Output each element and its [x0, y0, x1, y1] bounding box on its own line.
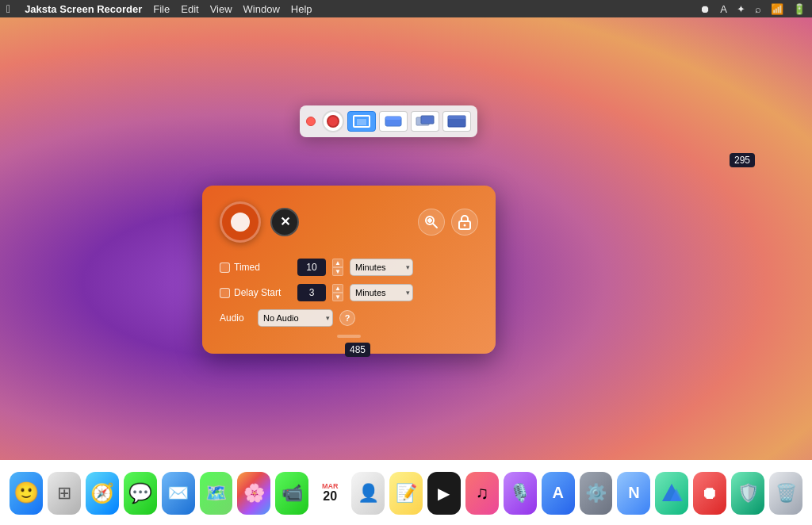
dock-launchpad[interactable]: ⊞ — [48, 472, 81, 515]
toolbar-window-button[interactable] — [379, 111, 408, 132]
timed-stepper-up[interactable]: ▲ — [332, 259, 343, 267]
dock-facetime[interactable]: 📹 — [275, 472, 308, 515]
delay-unit-wrapper: Minutes Seconds Hours — [350, 284, 413, 301]
bluetooth-icon[interactable]: ✦ — [737, 3, 745, 15]
coordinate-badge-295: 295 — [730, 153, 755, 167]
calendar-day-num: 20 — [323, 490, 337, 503]
window-icon — [384, 114, 403, 128]
dock-maps[interactable]: 🗺️ — [200, 472, 233, 515]
delay-stepper-down[interactable]: ▼ — [332, 293, 343, 301]
menubar-window[interactable]: Window — [243, 3, 280, 15]
dock-system-preferences[interactable]: ⚙️ — [580, 472, 613, 515]
audio-wrapper: No Audio System Audio Microphone — [258, 309, 333, 327]
dock: 🙂 ⊞ 🧭 💬 ✉️ 🗺️ 🌸 📹 MAR 20 👤 📝 ▶ ♫ — [0, 460, 812, 525]
dock-screen-recorder[interactable]: ⏺ — [693, 472, 726, 515]
dock-finder[interactable]: 🙂 — [10, 472, 43, 515]
svg-line-10 — [433, 224, 437, 228]
apple-logo-icon:  — [6, 2, 10, 15]
timed-value-field[interactable]: 10 — [297, 259, 326, 276]
wifi-icon[interactable]: 📶 — [771, 3, 783, 15]
delay-unit-dropdown[interactable]: Minutes Seconds Hours — [350, 284, 413, 301]
dock-nordvpn[interactable]: N — [617, 472, 650, 515]
zoom-icon — [423, 214, 439, 230]
coordinate-badge-485: 485 — [345, 343, 370, 357]
dock-screensaver[interactable] — [655, 472, 688, 515]
svg-rect-1 — [357, 119, 366, 125]
delay-value-field[interactable]: 3 — [297, 284, 326, 301]
dock-calendar[interactable]: MAR 20 — [313, 472, 347, 515]
timed-unit-wrapper: Minutes Seconds Hours — [350, 259, 413, 276]
delay-row: Delay Start 3 ▲ ▼ Minutes Seconds Hours — [220, 284, 478, 301]
menubar-view[interactable]: View — [210, 3, 232, 15]
delay-stepper[interactable]: ▲ ▼ — [332, 284, 343, 301]
toolbar-window2-button[interactable] — [411, 111, 439, 132]
record-inner-icon — [228, 210, 252, 234]
dock-contacts[interactable]: 👤 — [351, 472, 385, 515]
delay-stepper-up[interactable]: ▲ — [332, 284, 343, 293]
dock-appstore[interactable]: A — [542, 472, 575, 515]
timed-row: Timed 10 ▲ ▼ Minutes Seconds Hours — [220, 259, 478, 276]
dock-safari[interactable]: 🧭 — [86, 472, 119, 515]
recorder-panel: ✕ T — [202, 186, 496, 354]
toolbar-window — [300, 105, 477, 137]
timed-checkbox[interactable] — [220, 262, 230, 273]
timed-label[interactable]: Timed — [220, 262, 291, 273]
handle-dot-icon — [337, 335, 361, 338]
toolbar-fullscreen-button[interactable] — [442, 111, 471, 132]
audio-label: Audio — [220, 312, 251, 324]
window2-icon — [416, 114, 435, 128]
svg-point-14 — [464, 224, 466, 227]
dock-photos[interactable]: 🌸 — [237, 472, 270, 515]
region-icon — [352, 114, 371, 128]
svg-rect-3 — [385, 117, 401, 120]
dock-mail[interactable]: ✉️ — [162, 472, 195, 515]
svg-rect-7 — [448, 116, 465, 119]
delay-label[interactable]: Delay Start — [220, 287, 291, 298]
panel-handle — [220, 335, 478, 338]
stop-x-icon: ✕ — [280, 216, 290, 228]
menubar-app-name: Jaksta Screen Recorder — [25, 3, 142, 15]
dock-podcasts[interactable]: 🎙️ — [504, 472, 537, 515]
audio-help-button[interactable]: ? — [339, 310, 355, 326]
lock-icon — [458, 214, 472, 230]
delay-checkbox[interactable] — [220, 288, 230, 298]
lock-button[interactable] — [451, 209, 478, 236]
stop-button[interactable]: ✕ — [270, 208, 299, 236]
record-dot-icon — [327, 115, 339, 128]
toolbar-record-button[interactable] — [322, 110, 344, 132]
toolbar-region-button[interactable] — [347, 111, 376, 132]
menubar-help[interactable]: Help — [291, 3, 312, 15]
timed-stepper[interactable]: ▲ ▼ — [332, 259, 343, 276]
audio-dropdown[interactable]: No Audio System Audio Microphone — [258, 309, 333, 327]
dock-appletv[interactable]: ▶ — [427, 472, 461, 515]
record-button[interactable] — [220, 201, 261, 243]
toolbar-close-button[interactable] — [306, 117, 316, 126]
fullscreen-icon — [447, 114, 466, 128]
battery-icon: 🔋 — [793, 3, 806, 15]
camera-menubar-icon[interactable]: ⏺ — [700, 3, 710, 15]
search-icon[interactable]: ⌕ — [755, 3, 761, 15]
dock-trash[interactable]: 🗑️ — [769, 472, 802, 515]
dock-music[interactable]: ♫ — [465, 472, 499, 515]
timed-unit-dropdown[interactable]: Minutes Seconds Hours — [350, 259, 413, 276]
timed-stepper-down[interactable]: ▼ — [332, 267, 343, 276]
menubar-edit[interactable]: Edit — [181, 3, 198, 15]
dock-adguard[interactable]: 🛡️ — [731, 472, 764, 515]
audio-row: Audio No Audio System Audio Microphone ? — [220, 309, 478, 327]
dock-notes[interactable]: 📝 — [389, 472, 423, 515]
menubar-file[interactable]: File — [153, 3, 170, 15]
mountain-icon — [659, 481, 684, 506]
svg-rect-5 — [421, 116, 434, 124]
menubar:  Jaksta Screen Recorder File Edit View … — [0, 0, 812, 17]
dock-messages[interactable]: 💬 — [124, 472, 157, 515]
zoom-button[interactable] — [418, 209, 445, 236]
text-input-icon[interactable]: A — [720, 3, 727, 15]
